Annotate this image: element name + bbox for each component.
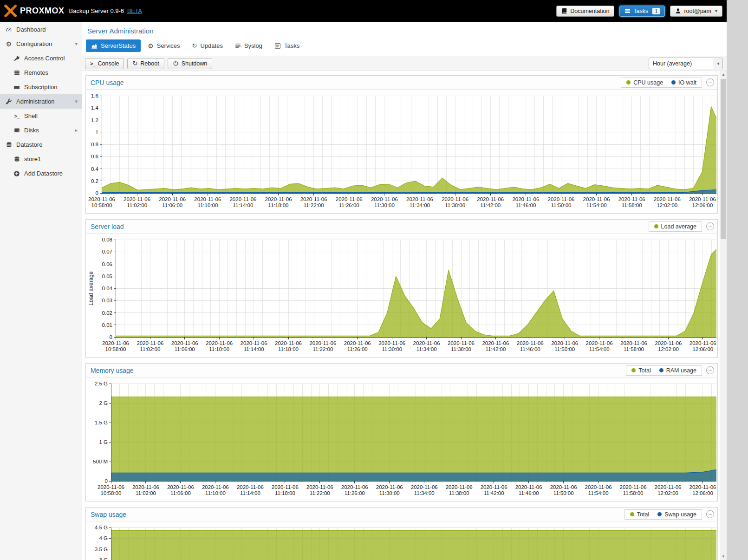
- wrench-icon: [5, 98, 13, 105]
- svg-text:11:42:00: 11:42:00: [484, 490, 504, 496]
- collapse-panel-button[interactable]: −: [706, 78, 714, 86]
- sidebar-item-configuration[interactable]: ⚙Configuration▾: [0, 37, 82, 51]
- terminal-icon: >_: [13, 113, 20, 119]
- sidebar-item-datastore[interactable]: Datastore: [0, 137, 82, 152]
- tab-updates[interactable]: ↻Updates: [187, 39, 228, 52]
- legend-label: Total: [637, 511, 649, 518]
- svg-text:2020-11-06: 2020-11-06: [620, 484, 647, 490]
- memory-usage-panel-header: Memory usage TotalRAM usage −: [86, 364, 717, 378]
- body-row: Dashboard⚙Configuration▾Access ControlRe…: [0, 22, 727, 560]
- svg-text:11:10:00: 11:10:00: [197, 202, 218, 208]
- timeframe-value: Hour (average): [653, 60, 692, 67]
- scroll-up-arrow[interactable]: ▲: [720, 71, 727, 78]
- svg-text:1.2: 1.2: [91, 117, 98, 123]
- tab-serverstatus[interactable]: ServerStatus: [86, 39, 141, 52]
- svg-text:12:02:00: 12:02:00: [657, 202, 677, 208]
- beta-link[interactable]: BETA: [127, 8, 142, 14]
- tab-syslog[interactable]: Syslog: [230, 39, 267, 52]
- legend-dot: [631, 368, 636, 372]
- sidebar-item-subscription[interactable]: Subscription: [0, 80, 82, 94]
- sidebar-item-remotes[interactable]: Remotes: [0, 65, 82, 80]
- scrollbar-thumb[interactable]: [721, 79, 726, 239]
- legend-item-swap-usage: Swap usage: [657, 511, 696, 518]
- sidebar-item-store1[interactable]: store1: [0, 152, 82, 166]
- svg-text:11:38:00: 11:38:00: [449, 490, 469, 496]
- proxmox-x-icon: [4, 5, 17, 17]
- legend-dot: [671, 80, 676, 85]
- svg-text:2020-11-06: 2020-11-06: [194, 196, 221, 202]
- svg-text:2.5 G: 2.5 G: [95, 381, 108, 386]
- svg-text:12:06:00: 12:06:00: [692, 490, 713, 496]
- collapse-panel-button[interactable]: −: [706, 366, 714, 374]
- svg-text:10:58:00: 10:58:00: [101, 490, 122, 496]
- vertical-scrollbar[interactable]: ▲ ▼: [720, 71, 727, 560]
- legend-label: Swap usage: [664, 511, 696, 518]
- scroll-down-arrow[interactable]: ▼: [720, 553, 727, 560]
- svg-text:2020-11-06: 2020-11-06: [654, 196, 681, 202]
- sidebar-item-shell[interactable]: >_Shell: [0, 109, 82, 123]
- brand-text: PROXMOX: [20, 6, 65, 16]
- chevron-down-icon: ▾: [715, 8, 717, 13]
- legend-dot: [654, 224, 658, 228]
- sidebar-item-label: Dashboard: [16, 26, 46, 33]
- sidebar-item-add-datastore[interactable]: Add Datastore: [0, 166, 82, 181]
- svg-text:11:38:00: 11:38:00: [445, 202, 465, 208]
- tabs: ServerStatus⚙Services↻UpdatesSyslogTasks: [82, 36, 727, 56]
- database-icon: [13, 156, 20, 162]
- svg-text:2020-11-06: 2020-11-06: [655, 340, 682, 346]
- sidebar-item-dashboard[interactable]: Dashboard: [0, 22, 82, 37]
- console-button[interactable]: >_Console: [85, 58, 124, 69]
- svg-text:0: 0: [96, 190, 98, 196]
- cpu-usage-svg: 00.20.40.60.811.21.41.62020-11-0610:58:0…: [86, 91, 716, 212]
- svg-text:2020-11-06: 2020-11-06: [515, 484, 542, 490]
- app-window: PROXMOX Backup Server 0.9-6 BETA Documen…: [0, 0, 727, 560]
- svg-text:2020-11-06: 2020-11-06: [446, 484, 473, 490]
- svg-text:11:02:00: 11:02:00: [140, 346, 160, 352]
- collapse-panel-button[interactable]: −: [706, 222, 714, 230]
- svg-text:0.08: 0.08: [102, 237, 112, 242]
- legend-item-load-average: Load average: [654, 223, 696, 230]
- server-load-panel-header: Server load Load average −: [86, 220, 717, 234]
- swap-usage-legend: TotalSwap usage: [624, 509, 702, 520]
- documentation-button[interactable]: Documentation: [556, 6, 614, 17]
- legend-item-cpu-usage: CPU usage: [626, 79, 663, 86]
- svg-text:10:58:00: 10:58:00: [91, 202, 112, 208]
- svg-text:11:14:00: 11:14:00: [233, 202, 253, 208]
- legend-label: Total: [638, 367, 650, 374]
- tasks-button[interactable]: Tasks 1: [619, 6, 665, 17]
- svg-text:0.07: 0.07: [102, 249, 112, 254]
- refresh-icon: ↻: [192, 43, 197, 49]
- svg-text:11:58:00: 11:58:00: [623, 490, 644, 496]
- svg-text:2020-11-06: 2020-11-06: [306, 484, 333, 490]
- legend-label: IO wait: [678, 79, 696, 86]
- svg-text:2020-11-06: 2020-11-06: [229, 196, 256, 202]
- user-menu-button[interactable]: root@pam ▾: [670, 6, 722, 17]
- timeframe-select[interactable]: Hour (average) ▾: [649, 58, 723, 69]
- tab-tasks[interactable]: Tasks: [269, 39, 305, 52]
- svg-text:11:26:00: 11:26:00: [339, 202, 359, 208]
- reboot-button[interactable]: ↻Reboot: [127, 58, 164, 69]
- list-check-icon: [274, 43, 281, 49]
- sidebar-item-label: Configuration: [16, 40, 52, 47]
- svg-text:2020-11-06: 2020-11-06: [655, 484, 682, 490]
- svg-text:12:02:00: 12:02:00: [657, 490, 678, 496]
- svg-text:11:18:00: 11:18:00: [278, 346, 299, 352]
- top-bar-actions: Documentation Tasks 1 root@pam ▾: [556, 6, 722, 17]
- sidebar-item-access-control[interactable]: Access Control: [0, 51, 82, 65]
- svg-text:11:26:00: 11:26:00: [347, 346, 368, 352]
- tab-services[interactable]: ⚙Services: [143, 39, 185, 52]
- main-panel: Server Administration ServerStatus⚙Servi…: [82, 22, 727, 560]
- svg-text:11:54:00: 11:54:00: [586, 202, 607, 208]
- svg-text:2020-11-06: 2020-11-06: [371, 196, 398, 202]
- svg-text:2020-11-06: 2020-11-06: [512, 196, 539, 202]
- legend-dot: [626, 80, 631, 85]
- collapse-panel-button[interactable]: −: [706, 510, 714, 518]
- documentation-label: Documentation: [570, 8, 609, 14]
- sidebar-item-disks[interactable]: Disks▸: [0, 123, 82, 137]
- sidebar-item-administration[interactable]: Administration▾: [0, 94, 82, 109]
- shutdown-button[interactable]: Shutdown: [168, 58, 213, 69]
- svg-text:11:42:00: 11:42:00: [480, 202, 501, 208]
- proxmox-logo: PROXMOX: [4, 5, 65, 17]
- svg-text:12:06:00: 12:06:00: [692, 346, 713, 352]
- svg-text:11:34:00: 11:34:00: [410, 202, 430, 208]
